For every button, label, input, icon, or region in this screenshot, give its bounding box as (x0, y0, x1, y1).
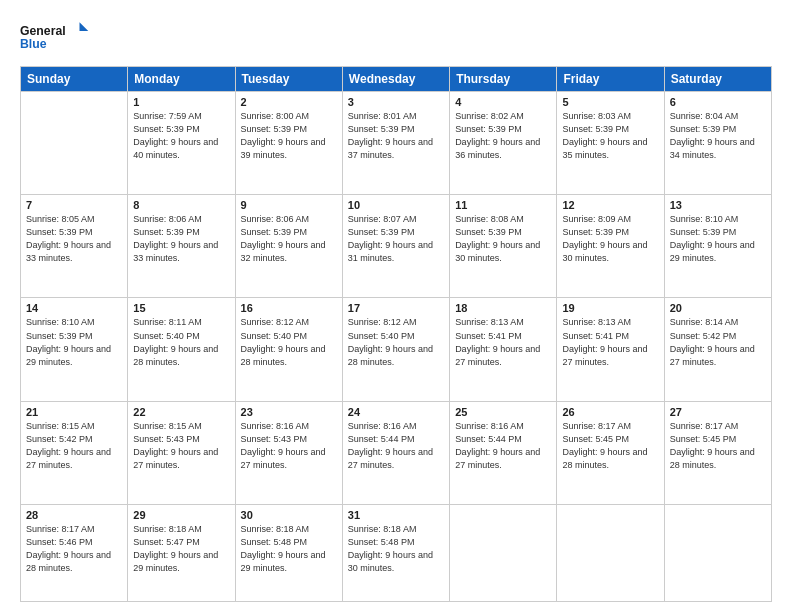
day-number: 28 (26, 509, 122, 521)
day-info: Sunrise: 8:12 AMSunset: 5:40 PMDaylight:… (241, 316, 337, 368)
svg-text:General: General (20, 24, 66, 38)
calendar-cell: 28 Sunrise: 8:17 AMSunset: 5:46 PMDaylig… (21, 504, 128, 601)
day-info: Sunrise: 8:09 AMSunset: 5:39 PMDaylight:… (562, 213, 658, 265)
calendar-cell: 11 Sunrise: 8:08 AMSunset: 5:39 PMDaylig… (450, 195, 557, 298)
day-number: 20 (670, 302, 766, 314)
calendar-cell: 4 Sunrise: 8:02 AMSunset: 5:39 PMDayligh… (450, 92, 557, 195)
day-number: 9 (241, 199, 337, 211)
day-info: Sunrise: 8:16 AMSunset: 5:44 PMDaylight:… (348, 420, 444, 472)
day-number: 8 (133, 199, 229, 211)
weekday-header-friday: Friday (557, 67, 664, 92)
calendar-cell: 18 Sunrise: 8:13 AMSunset: 5:41 PMDaylig… (450, 298, 557, 401)
day-number: 27 (670, 406, 766, 418)
day-info: Sunrise: 8:13 AMSunset: 5:41 PMDaylight:… (455, 316, 551, 368)
day-number: 6 (670, 96, 766, 108)
day-info: Sunrise: 8:02 AMSunset: 5:39 PMDaylight:… (455, 110, 551, 162)
day-info: Sunrise: 8:03 AMSunset: 5:39 PMDaylight:… (562, 110, 658, 162)
calendar-cell: 17 Sunrise: 8:12 AMSunset: 5:40 PMDaylig… (342, 298, 449, 401)
day-number: 18 (455, 302, 551, 314)
day-info: Sunrise: 8:15 AMSunset: 5:42 PMDaylight:… (26, 420, 122, 472)
day-info: Sunrise: 8:06 AMSunset: 5:39 PMDaylight:… (241, 213, 337, 265)
calendar-cell: 29 Sunrise: 8:18 AMSunset: 5:47 PMDaylig… (128, 504, 235, 601)
day-info: Sunrise: 8:16 AMSunset: 5:43 PMDaylight:… (241, 420, 337, 472)
day-number: 22 (133, 406, 229, 418)
day-info: Sunrise: 7:59 AMSunset: 5:39 PMDaylight:… (133, 110, 229, 162)
day-info: Sunrise: 8:15 AMSunset: 5:43 PMDaylight:… (133, 420, 229, 472)
calendar-cell: 30 Sunrise: 8:18 AMSunset: 5:48 PMDaylig… (235, 504, 342, 601)
calendar-cell: 12 Sunrise: 8:09 AMSunset: 5:39 PMDaylig… (557, 195, 664, 298)
day-info: Sunrise: 8:06 AMSunset: 5:39 PMDaylight:… (133, 213, 229, 265)
day-info: Sunrise: 8:10 AMSunset: 5:39 PMDaylight:… (670, 213, 766, 265)
svg-text:Blue: Blue (20, 37, 47, 51)
calendar-cell: 15 Sunrise: 8:11 AMSunset: 5:40 PMDaylig… (128, 298, 235, 401)
svg-marker-2 (80, 22, 89, 31)
logo: General Blue (20, 18, 90, 56)
day-number: 4 (455, 96, 551, 108)
day-number: 16 (241, 302, 337, 314)
calendar-cell: 1 Sunrise: 7:59 AMSunset: 5:39 PMDayligh… (128, 92, 235, 195)
day-number: 3 (348, 96, 444, 108)
day-number: 25 (455, 406, 551, 418)
day-info: Sunrise: 8:05 AMSunset: 5:39 PMDaylight:… (26, 213, 122, 265)
calendar-cell: 21 Sunrise: 8:15 AMSunset: 5:42 PMDaylig… (21, 401, 128, 504)
calendar-cell (557, 504, 664, 601)
calendar-cell: 26 Sunrise: 8:17 AMSunset: 5:45 PMDaylig… (557, 401, 664, 504)
calendar-cell: 23 Sunrise: 8:16 AMSunset: 5:43 PMDaylig… (235, 401, 342, 504)
weekday-header-wednesday: Wednesday (342, 67, 449, 92)
weekday-header-tuesday: Tuesday (235, 67, 342, 92)
calendar-cell (664, 504, 771, 601)
day-number: 5 (562, 96, 658, 108)
day-info: Sunrise: 8:11 AMSunset: 5:40 PMDaylight:… (133, 316, 229, 368)
day-number: 17 (348, 302, 444, 314)
day-info: Sunrise: 8:07 AMSunset: 5:39 PMDaylight:… (348, 213, 444, 265)
day-info: Sunrise: 8:16 AMSunset: 5:44 PMDaylight:… (455, 420, 551, 472)
day-info: Sunrise: 8:13 AMSunset: 5:41 PMDaylight:… (562, 316, 658, 368)
calendar-cell: 14 Sunrise: 8:10 AMSunset: 5:39 PMDaylig… (21, 298, 128, 401)
day-number: 23 (241, 406, 337, 418)
weekday-header-thursday: Thursday (450, 67, 557, 92)
calendar-cell: 5 Sunrise: 8:03 AMSunset: 5:39 PMDayligh… (557, 92, 664, 195)
day-number: 29 (133, 509, 229, 521)
page-header: General Blue (20, 18, 772, 56)
calendar-cell: 31 Sunrise: 8:18 AMSunset: 5:48 PMDaylig… (342, 504, 449, 601)
day-number: 31 (348, 509, 444, 521)
day-info: Sunrise: 8:10 AMSunset: 5:39 PMDaylight:… (26, 316, 122, 368)
day-info: Sunrise: 8:17 AMSunset: 5:45 PMDaylight:… (562, 420, 658, 472)
day-info: Sunrise: 8:18 AMSunset: 5:48 PMDaylight:… (348, 523, 444, 575)
day-number: 1 (133, 96, 229, 108)
calendar-cell: 9 Sunrise: 8:06 AMSunset: 5:39 PMDayligh… (235, 195, 342, 298)
day-info: Sunrise: 8:12 AMSunset: 5:40 PMDaylight:… (348, 316, 444, 368)
calendar-table: SundayMondayTuesdayWednesdayThursdayFrid… (20, 66, 772, 602)
weekday-header-sunday: Sunday (21, 67, 128, 92)
day-info: Sunrise: 8:18 AMSunset: 5:48 PMDaylight:… (241, 523, 337, 575)
logo-svg: General Blue (20, 18, 90, 56)
day-info: Sunrise: 8:17 AMSunset: 5:46 PMDaylight:… (26, 523, 122, 575)
day-number: 14 (26, 302, 122, 314)
weekday-header-saturday: Saturday (664, 67, 771, 92)
day-number: 21 (26, 406, 122, 418)
calendar-cell: 27 Sunrise: 8:17 AMSunset: 5:45 PMDaylig… (664, 401, 771, 504)
day-number: 30 (241, 509, 337, 521)
calendar-cell (450, 504, 557, 601)
calendar-cell: 22 Sunrise: 8:15 AMSunset: 5:43 PMDaylig… (128, 401, 235, 504)
calendar-cell: 25 Sunrise: 8:16 AMSunset: 5:44 PMDaylig… (450, 401, 557, 504)
day-info: Sunrise: 8:00 AMSunset: 5:39 PMDaylight:… (241, 110, 337, 162)
day-info: Sunrise: 8:01 AMSunset: 5:39 PMDaylight:… (348, 110, 444, 162)
day-number: 26 (562, 406, 658, 418)
day-number: 15 (133, 302, 229, 314)
day-info: Sunrise: 8:08 AMSunset: 5:39 PMDaylight:… (455, 213, 551, 265)
day-info: Sunrise: 8:04 AMSunset: 5:39 PMDaylight:… (670, 110, 766, 162)
day-info: Sunrise: 8:17 AMSunset: 5:45 PMDaylight:… (670, 420, 766, 472)
calendar-cell: 7 Sunrise: 8:05 AMSunset: 5:39 PMDayligh… (21, 195, 128, 298)
calendar-cell: 16 Sunrise: 8:12 AMSunset: 5:40 PMDaylig… (235, 298, 342, 401)
calendar-cell: 19 Sunrise: 8:13 AMSunset: 5:41 PMDaylig… (557, 298, 664, 401)
calendar-cell: 3 Sunrise: 8:01 AMSunset: 5:39 PMDayligh… (342, 92, 449, 195)
day-number: 11 (455, 199, 551, 211)
weekday-header-monday: Monday (128, 67, 235, 92)
calendar-cell: 10 Sunrise: 8:07 AMSunset: 5:39 PMDaylig… (342, 195, 449, 298)
day-number: 7 (26, 199, 122, 211)
day-number: 19 (562, 302, 658, 314)
day-number: 13 (670, 199, 766, 211)
day-number: 12 (562, 199, 658, 211)
calendar-cell: 24 Sunrise: 8:16 AMSunset: 5:44 PMDaylig… (342, 401, 449, 504)
